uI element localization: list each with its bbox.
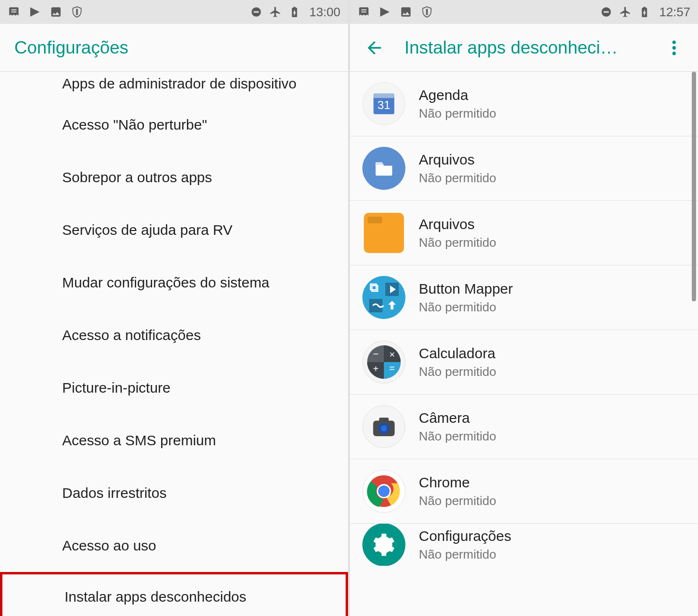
dnd-icon — [250, 6, 262, 18]
app-name: Calculadora — [419, 345, 496, 362]
app-status: Não permitido — [419, 547, 511, 562]
app-status: Não permitido — [419, 235, 496, 250]
app-status: Não permitido — [419, 364, 496, 379]
dnd-icon — [600, 6, 612, 18]
settings-item-notification-access[interactable]: Acesso a notificações — [0, 309, 348, 362]
app-row-chrome[interactable]: ChromeNão permitido — [350, 459, 698, 524]
settings-item-dnd-access[interactable]: Acesso "Não perturbe" — [0, 99, 348, 151]
svg-point-28 — [378, 485, 390, 497]
scrollbar[interactable] — [692, 72, 696, 301]
app-name: Agenda — [419, 87, 496, 103]
app-name: Chrome — [419, 474, 496, 491]
play-icon — [379, 6, 391, 18]
button-mapper-icon — [362, 276, 405, 319]
app-bar: Configurações — [0, 24, 348, 72]
app-row-calculadora[interactable]: −×+= CalculadoraNão permitido — [350, 330, 698, 395]
app-row-agenda[interactable]: 31 AgendaNão permitido — [350, 72, 698, 136]
page-title: Instalar apps desconheci… — [404, 38, 659, 58]
settings-item-admin-apps[interactable]: Apps de administrador de dispositivo — [0, 72, 348, 99]
app-status: Não permitido — [419, 429, 496, 444]
svg-text:−: − — [373, 349, 379, 359]
camera-icon — [362, 405, 405, 448]
app-row-configuracoes[interactable]: ConfiguraçõesNão permitido — [350, 524, 698, 566]
app-name: Arquivos — [419, 152, 496, 168]
highlight-install-unknown: Instalar apps desconhecidos — [0, 572, 348, 616]
more-vert-icon[interactable] — [665, 38, 684, 57]
svg-point-10 — [362, 276, 405, 319]
back-arrow-icon[interactable] — [364, 38, 384, 58]
svg-text:=: = — [389, 363, 395, 374]
receipt-icon — [358, 6, 370, 18]
settings-item-pip[interactable]: Picture-in-picture — [0, 362, 348, 414]
files-orange-icon — [362, 211, 405, 254]
screen-install-unknown: 12:57 Instalar apps desconheci… 31 Agend… — [350, 0, 698, 616]
app-bar: Instalar apps desconheci… — [350, 24, 698, 72]
settings-item-usage-access[interactable]: Acesso ao uso — [0, 519, 348, 572]
svg-point-6 — [672, 52, 676, 55]
calculator-icon: −×+= — [362, 341, 405, 384]
svg-rect-1 — [254, 11, 259, 12]
settings-item-unrestricted-data[interactable]: Dados irrestritos — [0, 467, 348, 519]
shield-alert-icon — [421, 6, 433, 18]
play-icon — [29, 6, 41, 18]
screen-settings: 13:00 Configurações Apps de administrado… — [0, 0, 348, 616]
svg-point-4 — [672, 40, 676, 44]
app-row-arquivos-2[interactable]: ArquivosNão permitido — [350, 201, 698, 265]
app-status: Não permitido — [419, 106, 496, 121]
svg-text:+: + — [373, 363, 379, 374]
settings-item-overlay[interactable]: Sobrepor a outros apps — [0, 151, 348, 204]
app-name: Configurações — [419, 528, 511, 544]
app-name: Câmera — [419, 410, 496, 426]
app-status: Não permitido — [419, 171, 496, 186]
settings-item-install-unknown[interactable]: Instalar apps desconhecidos — [2, 574, 346, 616]
svg-rect-13 — [369, 299, 382, 312]
battery-charging-icon — [638, 6, 651, 18]
svg-point-5 — [672, 46, 676, 49]
settings-gear-icon — [362, 524, 405, 566]
files-blue-icon — [362, 147, 405, 190]
receipt-icon — [8, 6, 20, 18]
status-bar: 13:00 — [0, 0, 348, 24]
image-icon — [50, 6, 62, 18]
svg-rect-23 — [379, 418, 389, 422]
settings-list[interactable]: Apps de administrador de dispositivo Ace… — [0, 72, 348, 616]
app-name: Arquivos — [419, 216, 496, 232]
status-time: 12:57 — [659, 5, 690, 20]
shield-alert-icon — [71, 6, 83, 18]
agenda-icon: 31 — [362, 82, 405, 125]
status-bar: 12:57 — [350, 0, 698, 24]
svg-text:31: 31 — [378, 99, 391, 111]
settings-item-modify-system[interactable]: Mudar configurações do sistema — [0, 256, 348, 309]
svg-text:×: × — [389, 349, 395, 360]
svg-rect-3 — [604, 11, 609, 12]
app-row-button-mapper[interactable]: Button MapperNão permitido — [350, 265, 698, 330]
app-name: Button Mapper — [419, 281, 513, 297]
svg-rect-8 — [373, 93, 394, 98]
settings-item-premium-sms[interactable]: Acesso a SMS premium — [0, 414, 348, 467]
image-icon — [400, 6, 412, 18]
page-title: Configurações — [14, 38, 129, 58]
battery-charging-icon — [288, 6, 301, 18]
app-row-camera[interactable]: CâmeraNão permitido — [350, 395, 698, 459]
airplane-icon — [619, 6, 632, 18]
app-status: Não permitido — [419, 300, 513, 315]
settings-item-vr-helper[interactable]: Serviços de ajuda para RV — [0, 204, 348, 256]
app-list[interactable]: 31 AgendaNão permitido ArquivosNão permi… — [350, 72, 698, 616]
app-row-arquivos-1[interactable]: ArquivosNão permitido — [350, 136, 698, 201]
svg-point-25 — [381, 426, 387, 432]
app-status: Não permitido — [419, 494, 496, 508]
status-time: 13:00 — [309, 5, 340, 20]
chrome-icon — [362, 470, 405, 513]
airplane-icon — [269, 6, 282, 18]
